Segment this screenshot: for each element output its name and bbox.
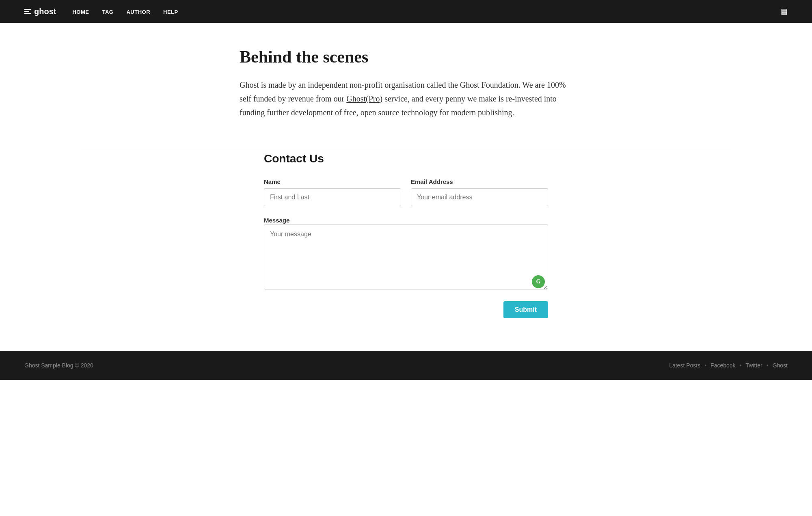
footer-link-facebook[interactable]: Facebook xyxy=(710,362,735,369)
recaptcha-badge: G xyxy=(532,275,545,288)
article-body: Ghost is made by an independent non-prof… xyxy=(240,78,572,119)
logo-text: ghost xyxy=(34,7,56,16)
footer: Ghost Sample Blog © 2020 Latest Posts • … xyxy=(0,351,812,380)
nav-help[interactable]: HELP xyxy=(163,9,178,15)
footer-copyright: Ghost Sample Blog © 2020 xyxy=(24,362,93,369)
footer-link-latest-posts[interactable]: Latest Posts xyxy=(669,362,700,369)
name-input[interactable] xyxy=(264,188,401,206)
contact-title: Contact Us xyxy=(264,152,548,165)
article-title: Behind the scenes xyxy=(240,47,572,67)
footer-link-ghost[interactable]: Ghost xyxy=(773,362,788,369)
contact-section: Contact Us Name Email Address Message G … xyxy=(183,152,629,351)
navbar: ghost HOME TAG AUTHOR HELP ▤ xyxy=(0,0,812,23)
name-group: Name xyxy=(264,178,401,206)
rss-icon[interactable]: ▤ xyxy=(781,7,788,15)
message-wrapper: G xyxy=(264,225,548,291)
email-input[interactable] xyxy=(411,188,548,206)
footer-dot-2: • xyxy=(740,362,742,369)
submit-button[interactable]: Submit xyxy=(503,301,548,318)
email-group: Email Address xyxy=(411,178,548,206)
footer-links: Latest Posts • Facebook • Twitter • Ghos… xyxy=(669,362,788,369)
email-label: Email Address xyxy=(411,178,548,185)
article-section: Behind the scenes Ghost is made by an in… xyxy=(223,23,589,152)
message-group: Message G xyxy=(264,216,548,291)
name-email-row: Name Email Address xyxy=(264,178,548,206)
footer-dot-1: • xyxy=(704,362,706,369)
logo-icon xyxy=(24,9,31,14)
nav-author[interactable]: AUTHOR xyxy=(126,9,150,15)
name-label: Name xyxy=(264,178,401,185)
message-label: Message xyxy=(264,217,289,224)
ghost-pro-link[interactable]: Ghost(Pro) xyxy=(346,94,382,103)
footer-dot-3: • xyxy=(767,362,769,369)
form-actions: Submit xyxy=(264,301,548,318)
message-input[interactable] xyxy=(264,225,548,289)
nav-tag[interactable]: TAG xyxy=(102,9,113,15)
logo[interactable]: ghost xyxy=(24,7,56,16)
footer-link-twitter[interactable]: Twitter xyxy=(746,362,762,369)
nav-home[interactable]: HOME xyxy=(72,9,89,15)
